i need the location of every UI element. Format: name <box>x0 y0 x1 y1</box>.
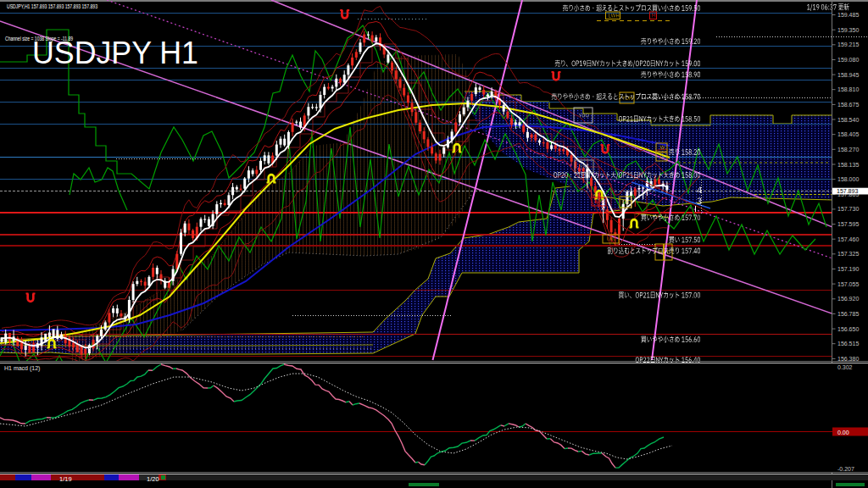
svg-text:158.810: 158.810 <box>837 86 859 92</box>
svg-text:158.135: 158.135 <box>837 162 859 168</box>
svg-text:158.270: 158.270 <box>837 147 859 152</box>
svg-text:1/20: 1/20 <box>147 475 159 483</box>
svg-text:159.080: 159.080 <box>837 57 859 63</box>
svg-text:156.785: 156.785 <box>837 311 859 317</box>
svg-text:156.515: 156.515 <box>837 341 859 347</box>
svg-text:157.730: 157.730 <box>837 206 859 212</box>
svg-text:159.215: 159.215 <box>837 42 859 47</box>
svg-text:USDJPY,H1 157.893 157.893 157: USDJPY,H1 157.893 157.893 157.893 157.89… <box>7 3 97 10</box>
svg-text:158.945: 158.945 <box>837 72 859 78</box>
svg-text:157.055: 157.055 <box>837 281 859 287</box>
svg-text:USDJPY H1: USDJPY H1 <box>32 36 198 70</box>
svg-text:158.540: 158.540 <box>837 117 859 123</box>
svg-text:0.00: 0.00 <box>837 430 849 435</box>
svg-text:157.893: 157.893 <box>837 188 858 194</box>
svg-text:157.595: 157.595 <box>837 221 859 227</box>
svg-text:1/19: 1/19 <box>59 475 72 483</box>
svg-text:158.675: 158.675 <box>837 102 859 108</box>
svg-text:157.460: 157.460 <box>837 236 859 242</box>
svg-text:156.380: 156.380 <box>837 356 859 362</box>
svg-text:158.405: 158.405 <box>837 131 859 137</box>
svg-text:157.325: 157.325 <box>837 251 859 257</box>
svg-text:H1 macd (12): H1 macd (12) <box>4 365 40 372</box>
svg-text:158.000: 158.000 <box>837 176 859 182</box>
svg-text:159.485: 159.485 <box>837 12 859 18</box>
svg-text:159.350: 159.350 <box>837 27 859 33</box>
svg-text:156.650: 156.650 <box>837 326 859 332</box>
svg-text:-0.207: -0.207 <box>837 466 854 472</box>
svg-text:157.190: 157.190 <box>837 266 859 272</box>
svg-text:0.302: 0.302 <box>837 364 853 370</box>
svg-text:156.920: 156.920 <box>837 296 859 302</box>
